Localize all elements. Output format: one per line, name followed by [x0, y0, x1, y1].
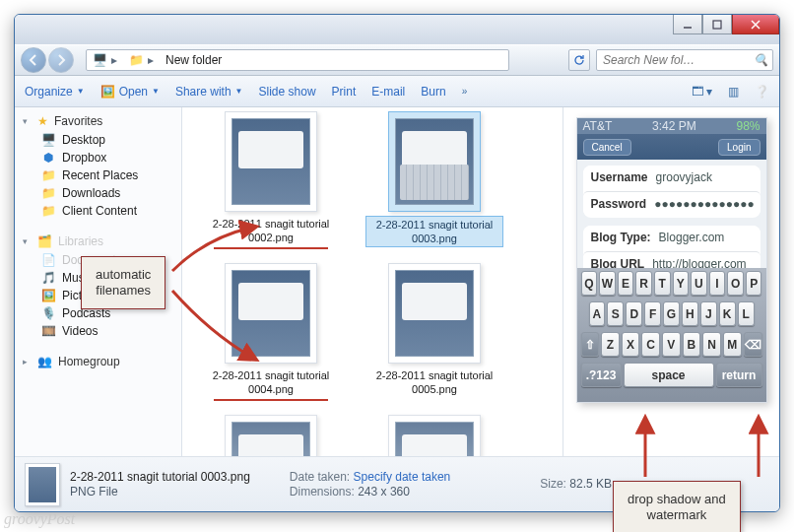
- folder-icon: 📁: [129, 53, 144, 67]
- homegroup-group[interactable]: ▸👥Homegroup: [15, 352, 181, 371]
- file-name: 2-28-2011 snagit tutorial 0005.png: [365, 367, 503, 397]
- file-item[interactable]: 2-28-2011 snagit tutorial 0004.png: [202, 263, 340, 401]
- refresh-button[interactable]: [568, 49, 590, 71]
- nav-desktop[interactable]: 🖥️Desktop: [15, 131, 181, 149]
- details-filetype: PNG File: [70, 485, 250, 499]
- back-button[interactable]: [21, 47, 46, 73]
- file-item[interactable]: 2-28-2011 snagit tutorial 0002.png: [202, 111, 340, 249]
- key: ⇧: [581, 332, 600, 357]
- folder-icon: 📁: [40, 204, 56, 218]
- views-button[interactable]: 🗔 ▾: [692, 85, 712, 99]
- forward-button[interactable]: [48, 47, 74, 73]
- preview-pane: AT&T 3:42 PM 98% Cancel Login Usernamegr…: [562, 107, 779, 456]
- carrier-label: AT&T: [583, 119, 613, 133]
- key: U: [691, 271, 707, 296]
- nav-videos[interactable]: 🎞️Videos: [15, 322, 181, 340]
- details-thumbnail: [25, 463, 60, 506]
- star-icon: ★: [37, 114, 48, 128]
- homegroup-icon: 👥: [37, 355, 52, 368]
- organize-menu[interactable]: Organize▼: [25, 85, 85, 99]
- music-icon: 🎵: [40, 271, 56, 285]
- file-item[interactable]: [202, 415, 340, 456]
- time-label: 3:42 PM: [652, 119, 696, 133]
- collapse-icon: ▾: [23, 116, 32, 126]
- annotation-underline: [214, 247, 328, 249]
- key: D: [626, 301, 642, 326]
- space-key: space: [624, 363, 714, 387]
- open-icon: 🖼️: [100, 85, 115, 99]
- nav-downloads[interactable]: 📁Downloads: [15, 184, 181, 202]
- favorites-group[interactable]: ▾★Favorites: [15, 111, 181, 131]
- key: T: [654, 271, 671, 296]
- key: I: [709, 271, 726, 296]
- titlebar: [15, 15, 779, 44]
- nav-dropbox[interactable]: ⬢Dropbox: [15, 149, 181, 166]
- file-name: 2-28-2011 snagit tutorial 0003.png: [365, 216, 503, 247]
- overflow-icon[interactable]: »: [462, 86, 468, 97]
- key: H: [682, 301, 698, 326]
- key: R: [635, 271, 652, 296]
- maximize-button[interactable]: [702, 15, 732, 34]
- svg-rect-1: [713, 21, 721, 29]
- slideshow-button[interactable]: Slide show: [259, 85, 316, 99]
- key: M: [723, 332, 742, 357]
- recent-icon: 📁: [40, 168, 56, 182]
- key: Y: [673, 271, 690, 296]
- expand-icon: ▸: [23, 357, 32, 366]
- key: F: [644, 301, 661, 326]
- collapse-icon: ▾: [23, 236, 32, 246]
- annotation-underline: [214, 399, 328, 401]
- file-item[interactable]: [365, 415, 503, 456]
- close-button[interactable]: [732, 15, 779, 34]
- preview-keyboard: QWERTYUIOP ASDFGHJKL ⇧ZXCVBNM⌫ .?123 spa…: [577, 268, 766, 402]
- open-menu[interactable]: 🖼️Open▼: [100, 85, 160, 99]
- print-button[interactable]: Print: [332, 85, 357, 99]
- key: Z: [601, 332, 620, 357]
- details-filename: 2-28-2011 snagit tutorial 0003.png: [70, 470, 250, 485]
- battery-label: 98%: [736, 119, 760, 133]
- breadcrumb-folder[interactable]: New folder: [165, 53, 222, 67]
- key: W: [599, 271, 616, 296]
- key: E: [618, 271, 634, 296]
- pictures-icon: 🖼️: [40, 289, 56, 302]
- file-item-selected[interactable]: 2-28-2011 snagit tutorial 0003.png: [365, 111, 503, 249]
- search-icon: 🔍: [754, 53, 768, 67]
- help-button[interactable]: ❔: [755, 85, 769, 99]
- address-bar-row: 🖥️▸ 📁▸ New folder 🔍: [15, 44, 779, 76]
- cancel-button: Cancel: [583, 139, 631, 156]
- preview-pane-button[interactable]: ▥: [728, 85, 739, 99]
- libraries-group[interactable]: ▾🗂️Libraries: [15, 232, 181, 251]
- burn-button[interactable]: Burn: [421, 85, 445, 99]
- file-item[interactable]: 2-28-2011 snagit tutorial 0005.png: [365, 263, 503, 401]
- return-key: return: [716, 363, 762, 387]
- nav-clientcontent[interactable]: 📁Client Content: [15, 202, 181, 220]
- nav-recent[interactable]: 📁Recent Places: [15, 166, 181, 184]
- watermark: groovyPost: [4, 510, 75, 528]
- annotation-shadow: drop shadow and watermark: [613, 481, 741, 532]
- key: X: [622, 332, 640, 357]
- search-box[interactable]: 🔍: [596, 49, 773, 71]
- key: ⌫: [744, 332, 762, 357]
- podcasts-icon: 🎙️: [40, 306, 56, 320]
- preview-image: AT&T 3:42 PM 98% Cancel Login Usernamegr…: [576, 117, 767, 403]
- key: J: [700, 301, 717, 326]
- downloads-icon: 📁: [40, 186, 56, 200]
- annotation-filenames: automatic filenames: [81, 256, 165, 309]
- file-name: 2-28-2011 snagit tutorial 0004.png: [202, 367, 340, 397]
- login-button: Login: [718, 139, 760, 156]
- email-button[interactable]: E-mail: [371, 85, 405, 99]
- key: N: [702, 332, 721, 357]
- computer-icon: 🖥️: [93, 53, 107, 67]
- key: C: [641, 332, 660, 357]
- key: B: [683, 332, 701, 357]
- key: V: [662, 332, 681, 357]
- chevron-right-icon: ▸: [111, 53, 117, 67]
- key: L: [738, 301, 755, 326]
- date-taken-link[interactable]: Specify date taken: [354, 470, 451, 484]
- command-bar: Organize▼ 🖼️Open▼ Share with▼ Slide show…: [15, 76, 779, 107]
- breadcrumb[interactable]: 🖥️▸ 📁▸ New folder: [86, 49, 509, 71]
- minimize-button[interactable]: [673, 15, 702, 34]
- share-menu[interactable]: Share with▼: [175, 85, 243, 99]
- search-input[interactable]: [601, 52, 754, 68]
- file-list[interactable]: 2-28-2011 snagit tutorial 0002.png 2-28-…: [182, 107, 562, 456]
